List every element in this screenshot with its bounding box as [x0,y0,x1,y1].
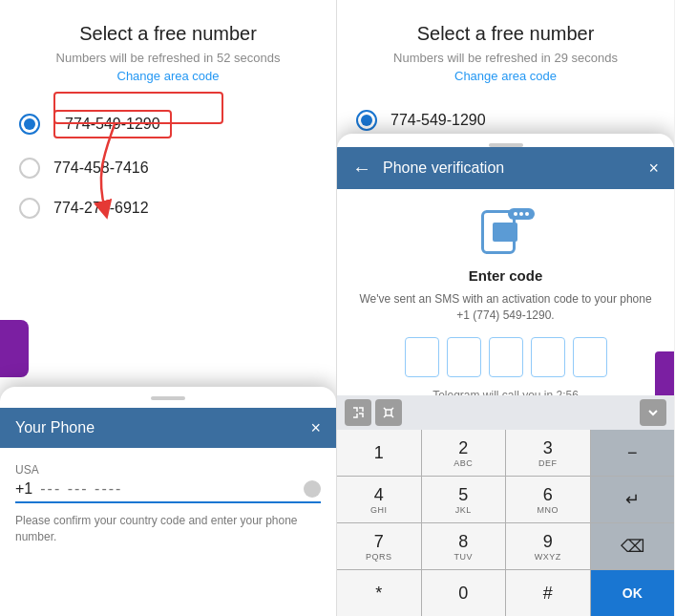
numpad-top-bar [337,395,674,430]
verif-body: Enter code We've sent an SMS with an act… [337,189,674,419]
key-2[interactable]: 2ABC [422,430,506,476]
number-label-2: 774-458-7416 [53,159,149,177]
key-hash[interactable]: # [506,570,590,616]
code-box-1[interactable] [405,337,439,377]
dialog-hint: Please confirm your country code and ent… [15,513,321,545]
right-number-label-1: 774-549-1290 [390,112,486,129]
expand-icon[interactable] [345,399,371,426]
number-item-2[interactable]: 774-458-7416 [19,148,317,188]
dialog-close-button[interactable]: × [310,419,321,436]
right-panel: Select a free number Numbers will be ref… [337,0,674,616]
chevron-down-icon[interactable] [640,399,666,426]
right-refresh-text: Numbers will be refreshed in 29 seconds [356,51,655,65]
code-boxes [352,337,659,377]
right-radio-1[interactable] [356,110,377,131]
key-5[interactable]: 5JKL [422,477,506,522]
cursor-indicator [304,480,321,498]
key-0[interactable]: 0 [422,570,506,616]
key-7[interactable]: 7PQRS [337,523,421,569]
dots-bubble [508,208,535,220]
number-item-1[interactable]: 774-549-1290 [19,100,317,148]
verif-close-button[interactable]: × [648,159,659,179]
numpad: 1 2ABC 3DEF − 4GHI 5JKL 6MNO ↵ 7PQRS 8TU… [337,395,674,616]
radio-1[interactable] [19,114,40,135]
code-box-5[interactable] [573,337,607,377]
left-panel-title: Select a free number [19,23,317,45]
key-9[interactable]: 9WXYZ [506,523,590,569]
phone-verification-icon [477,208,535,256]
dot-3 [525,212,529,216]
dialog-header: Your Phone × [0,408,336,448]
dialog-body: USA +1 Please confirm your country code … [0,448,336,561]
key-backspace[interactable]: ⌫ [591,523,675,569]
purple-accent-right [655,351,674,399]
dialog-title: Your Phone [15,419,95,436]
phone-screen [493,223,517,242]
left-refresh-text: Numbers will be refreshed in 52 seconds [19,51,317,65]
right-change-area[interactable]: Change area code [356,69,655,83]
left-change-area[interactable]: Change area code [19,69,317,83]
key-3[interactable]: 3DEF [506,430,590,476]
verif-title: Phone verification [383,159,504,177]
verif-description: We've sent an SMS with an activation cod… [352,291,659,324]
verif-back-button[interactable]: ← [352,159,371,178]
key-6[interactable]: 6MNO [506,477,590,522]
right-panel-title: Select a free number [356,23,655,45]
left-number-list: 774-549-1290 774-458-7416 774-275-6912 [19,100,317,228]
key-enter[interactable]: ↵ [591,477,675,522]
purple-block-left [0,320,29,377]
verif-header: ← Phone verification × [337,147,674,189]
verification-dialog: ← Phone verification × Enter code We've … [337,134,674,616]
phone-number-input[interactable] [40,480,300,498]
key-star[interactable]: * [337,570,421,616]
dialog-handle [151,396,185,400]
phone-dialog: Your Phone × USA +1 Please confirm your … [0,387,336,616]
code-box-4[interactable] [531,337,565,377]
key-minus[interactable]: − [591,430,675,476]
number-item-3[interactable]: 774-275-6912 [19,188,317,228]
number-label-1: 774-549-1290 [53,110,172,138]
key-4[interactable]: 4GHI [337,477,421,522]
enter-code-title: Enter code [352,267,659,284]
key-1[interactable]: 1 [337,430,421,476]
left-panel: Select a free number Numbers will be ref… [0,0,337,616]
key-ok[interactable]: OK [591,570,675,616]
code-box-2[interactable] [447,337,481,377]
numpad-left-icons [345,399,402,426]
radio-3[interactable] [19,198,40,219]
country-label: USA [15,463,321,477]
dot-2 [519,212,523,216]
country-code: +1 [15,480,32,498]
numpad-grid: 1 2ABC 3DEF − 4GHI 5JKL 6MNO ↵ 7PQRS 8TU… [337,430,674,616]
compress-icon[interactable] [375,399,402,426]
code-box-3[interactable] [489,337,523,377]
dot-1 [514,212,517,216]
phone-input-row: +1 [15,480,321,503]
number-label-3: 774-275-6912 [53,200,149,217]
key-8[interactable]: 8TUV [422,523,506,569]
radio-2[interactable] [19,158,40,179]
